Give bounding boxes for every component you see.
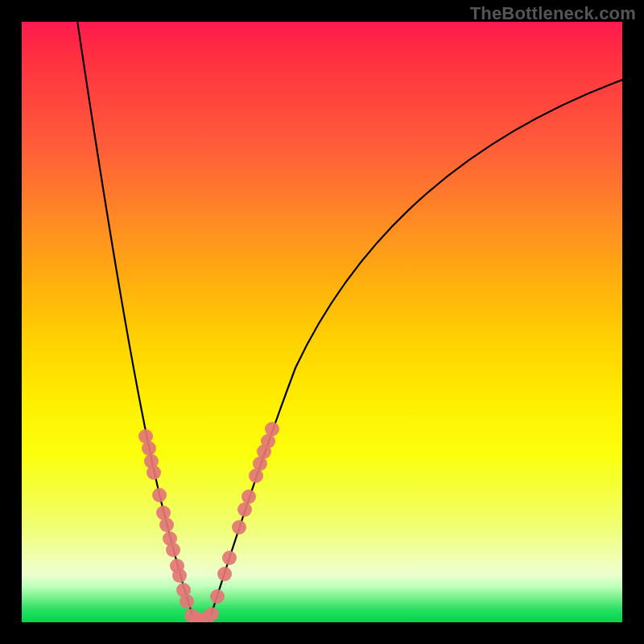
- marker-group: [138, 422, 279, 622]
- data-marker: [204, 607, 219, 621]
- chart-svg: [22, 22, 622, 622]
- data-marker: [242, 489, 256, 504]
- chart-frame: TheBottleneck.com: [0, 0, 644, 644]
- data-marker: [217, 567, 232, 581]
- data-marker: [152, 488, 167, 502]
- data-marker: [210, 589, 225, 604]
- data-marker: [172, 568, 187, 583]
- data-marker: [222, 551, 237, 565]
- data-marker: [180, 594, 194, 609]
- curve-left-curve: [76, 22, 196, 622]
- data-marker: [265, 422, 279, 436]
- data-marker: [147, 465, 161, 480]
- watermark-text: TheBottleneck.com: [470, 3, 636, 24]
- data-marker: [159, 518, 174, 532]
- curve-right-curve: [208, 78, 622, 622]
- data-marker: [166, 543, 180, 557]
- data-marker: [237, 502, 252, 517]
- curve-group: [76, 22, 622, 622]
- plot-area: [22, 22, 622, 622]
- data-marker: [232, 520, 246, 535]
- data-marker: [142, 441, 156, 456]
